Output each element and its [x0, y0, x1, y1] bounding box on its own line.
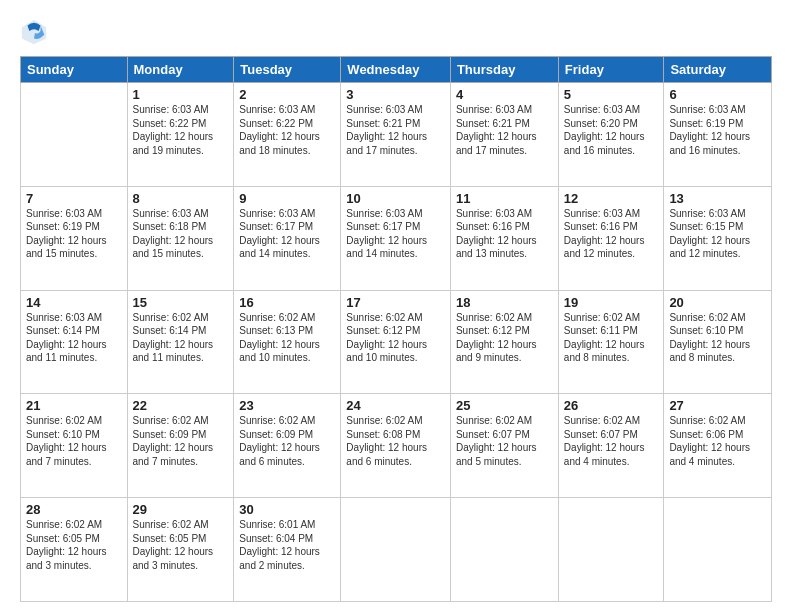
- calendar-cell: [558, 498, 664, 602]
- day-info: Sunrise: 6:02 AMSunset: 6:09 PMDaylight:…: [239, 414, 335, 468]
- day-number: 21: [26, 398, 122, 413]
- day-info: Sunrise: 6:03 AMSunset: 6:16 PMDaylight:…: [456, 207, 553, 261]
- day-info: Sunrise: 6:03 AMSunset: 6:21 PMDaylight:…: [346, 103, 445, 157]
- calendar-table: SundayMondayTuesdayWednesdayThursdayFrid…: [20, 56, 772, 602]
- calendar-cell: [450, 498, 558, 602]
- day-number: 26: [564, 398, 659, 413]
- day-info: Sunrise: 6:02 AMSunset: 6:10 PMDaylight:…: [669, 311, 766, 365]
- calendar-cell: 10 Sunrise: 6:03 AMSunset: 6:17 PMDaylig…: [341, 186, 451, 290]
- day-info: Sunrise: 6:03 AMSunset: 6:17 PMDaylight:…: [346, 207, 445, 261]
- day-info: Sunrise: 6:03 AMSunset: 6:15 PMDaylight:…: [669, 207, 766, 261]
- day-number: 25: [456, 398, 553, 413]
- day-info: Sunrise: 6:03 AMSunset: 6:22 PMDaylight:…: [239, 103, 335, 157]
- calendar-cell: 30 Sunrise: 6:01 AMSunset: 6:04 PMDaylig…: [234, 498, 341, 602]
- calendar-week-row: 1 Sunrise: 6:03 AMSunset: 6:22 PMDayligh…: [21, 83, 772, 187]
- day-number: 2: [239, 87, 335, 102]
- day-info: Sunrise: 6:02 AMSunset: 6:12 PMDaylight:…: [456, 311, 553, 365]
- day-info: Sunrise: 6:02 AMSunset: 6:12 PMDaylight:…: [346, 311, 445, 365]
- day-number: 7: [26, 191, 122, 206]
- calendar-header-row: SundayMondayTuesdayWednesdayThursdayFrid…: [21, 57, 772, 83]
- calendar-cell: 2 Sunrise: 6:03 AMSunset: 6:22 PMDayligh…: [234, 83, 341, 187]
- day-number: 28: [26, 502, 122, 517]
- header: [20, 18, 772, 46]
- calendar-cell: 15 Sunrise: 6:02 AMSunset: 6:14 PMDaylig…: [127, 290, 234, 394]
- day-info: Sunrise: 6:03 AMSunset: 6:19 PMDaylight:…: [26, 207, 122, 261]
- day-info: Sunrise: 6:02 AMSunset: 6:09 PMDaylight:…: [133, 414, 229, 468]
- day-info: Sunrise: 6:03 AMSunset: 6:21 PMDaylight:…: [456, 103, 553, 157]
- calendar-cell: 23 Sunrise: 6:02 AMSunset: 6:09 PMDaylig…: [234, 394, 341, 498]
- calendar-cell: 22 Sunrise: 6:02 AMSunset: 6:09 PMDaylig…: [127, 394, 234, 498]
- day-number: 11: [456, 191, 553, 206]
- calendar-cell: 3 Sunrise: 6:03 AMSunset: 6:21 PMDayligh…: [341, 83, 451, 187]
- day-info: Sunrise: 6:02 AMSunset: 6:07 PMDaylight:…: [456, 414, 553, 468]
- day-number: 13: [669, 191, 766, 206]
- calendar-cell: 1 Sunrise: 6:03 AMSunset: 6:22 PMDayligh…: [127, 83, 234, 187]
- calendar-cell: 14 Sunrise: 6:03 AMSunset: 6:14 PMDaylig…: [21, 290, 128, 394]
- day-info: Sunrise: 6:03 AMSunset: 6:14 PMDaylight:…: [26, 311, 122, 365]
- calendar-cell: 20 Sunrise: 6:02 AMSunset: 6:10 PMDaylig…: [664, 290, 772, 394]
- day-info: Sunrise: 6:03 AMSunset: 6:17 PMDaylight:…: [239, 207, 335, 261]
- calendar-cell: 29 Sunrise: 6:02 AMSunset: 6:05 PMDaylig…: [127, 498, 234, 602]
- day-number: 5: [564, 87, 659, 102]
- day-number: 4: [456, 87, 553, 102]
- day-info: Sunrise: 6:02 AMSunset: 6:13 PMDaylight:…: [239, 311, 335, 365]
- day-info: Sunrise: 6:02 AMSunset: 6:05 PMDaylight:…: [26, 518, 122, 572]
- day-number: 14: [26, 295, 122, 310]
- calendar-cell: 7 Sunrise: 6:03 AMSunset: 6:19 PMDayligh…: [21, 186, 128, 290]
- calendar-cell: [341, 498, 451, 602]
- day-info: Sunrise: 6:03 AMSunset: 6:16 PMDaylight:…: [564, 207, 659, 261]
- calendar-cell: 13 Sunrise: 6:03 AMSunset: 6:15 PMDaylig…: [664, 186, 772, 290]
- day-info: Sunrise: 6:03 AMSunset: 6:22 PMDaylight:…: [133, 103, 229, 157]
- calendar-cell: [664, 498, 772, 602]
- day-number: 27: [669, 398, 766, 413]
- calendar-day-header: Friday: [558, 57, 664, 83]
- day-number: 17: [346, 295, 445, 310]
- day-number: 20: [669, 295, 766, 310]
- day-info: Sunrise: 6:03 AMSunset: 6:18 PMDaylight:…: [133, 207, 229, 261]
- calendar-cell: 28 Sunrise: 6:02 AMSunset: 6:05 PMDaylig…: [21, 498, 128, 602]
- calendar-cell: 6 Sunrise: 6:03 AMSunset: 6:19 PMDayligh…: [664, 83, 772, 187]
- calendar-week-row: 28 Sunrise: 6:02 AMSunset: 6:05 PMDaylig…: [21, 498, 772, 602]
- day-number: 16: [239, 295, 335, 310]
- logo-icon: [20, 18, 48, 46]
- calendar-cell: 8 Sunrise: 6:03 AMSunset: 6:18 PMDayligh…: [127, 186, 234, 290]
- calendar-cell: 5 Sunrise: 6:03 AMSunset: 6:20 PMDayligh…: [558, 83, 664, 187]
- day-number: 9: [239, 191, 335, 206]
- calendar-day-header: Sunday: [21, 57, 128, 83]
- day-info: Sunrise: 6:03 AMSunset: 6:20 PMDaylight:…: [564, 103, 659, 157]
- calendar-cell: 21 Sunrise: 6:02 AMSunset: 6:10 PMDaylig…: [21, 394, 128, 498]
- calendar-week-row: 7 Sunrise: 6:03 AMSunset: 6:19 PMDayligh…: [21, 186, 772, 290]
- day-number: 19: [564, 295, 659, 310]
- day-info: Sunrise: 6:02 AMSunset: 6:10 PMDaylight:…: [26, 414, 122, 468]
- day-info: Sunrise: 6:03 AMSunset: 6:19 PMDaylight:…: [669, 103, 766, 157]
- calendar-cell: 12 Sunrise: 6:03 AMSunset: 6:16 PMDaylig…: [558, 186, 664, 290]
- calendar-cell: 17 Sunrise: 6:02 AMSunset: 6:12 PMDaylig…: [341, 290, 451, 394]
- calendar-cell: 27 Sunrise: 6:02 AMSunset: 6:06 PMDaylig…: [664, 394, 772, 498]
- day-info: Sunrise: 6:02 AMSunset: 6:11 PMDaylight:…: [564, 311, 659, 365]
- calendar-cell: 4 Sunrise: 6:03 AMSunset: 6:21 PMDayligh…: [450, 83, 558, 187]
- day-number: 10: [346, 191, 445, 206]
- calendar-day-header: Monday: [127, 57, 234, 83]
- calendar-cell: 24 Sunrise: 6:02 AMSunset: 6:08 PMDaylig…: [341, 394, 451, 498]
- day-number: 1: [133, 87, 229, 102]
- day-info: Sunrise: 6:02 AMSunset: 6:14 PMDaylight:…: [133, 311, 229, 365]
- calendar-cell: 11 Sunrise: 6:03 AMSunset: 6:16 PMDaylig…: [450, 186, 558, 290]
- day-number: 6: [669, 87, 766, 102]
- day-number: 12: [564, 191, 659, 206]
- page: SundayMondayTuesdayWednesdayThursdayFrid…: [0, 0, 792, 612]
- calendar-cell: 9 Sunrise: 6:03 AMSunset: 6:17 PMDayligh…: [234, 186, 341, 290]
- calendar-cell: 26 Sunrise: 6:02 AMSunset: 6:07 PMDaylig…: [558, 394, 664, 498]
- day-number: 18: [456, 295, 553, 310]
- day-number: 8: [133, 191, 229, 206]
- day-info: Sunrise: 6:02 AMSunset: 6:05 PMDaylight:…: [133, 518, 229, 572]
- day-number: 3: [346, 87, 445, 102]
- logo: [20, 18, 52, 46]
- calendar-day-header: Tuesday: [234, 57, 341, 83]
- calendar-cell: 19 Sunrise: 6:02 AMSunset: 6:11 PMDaylig…: [558, 290, 664, 394]
- day-number: 24: [346, 398, 445, 413]
- day-number: 22: [133, 398, 229, 413]
- day-number: 30: [239, 502, 335, 517]
- day-info: Sunrise: 6:02 AMSunset: 6:08 PMDaylight:…: [346, 414, 445, 468]
- day-info: Sunrise: 6:01 AMSunset: 6:04 PMDaylight:…: [239, 518, 335, 572]
- day-number: 29: [133, 502, 229, 517]
